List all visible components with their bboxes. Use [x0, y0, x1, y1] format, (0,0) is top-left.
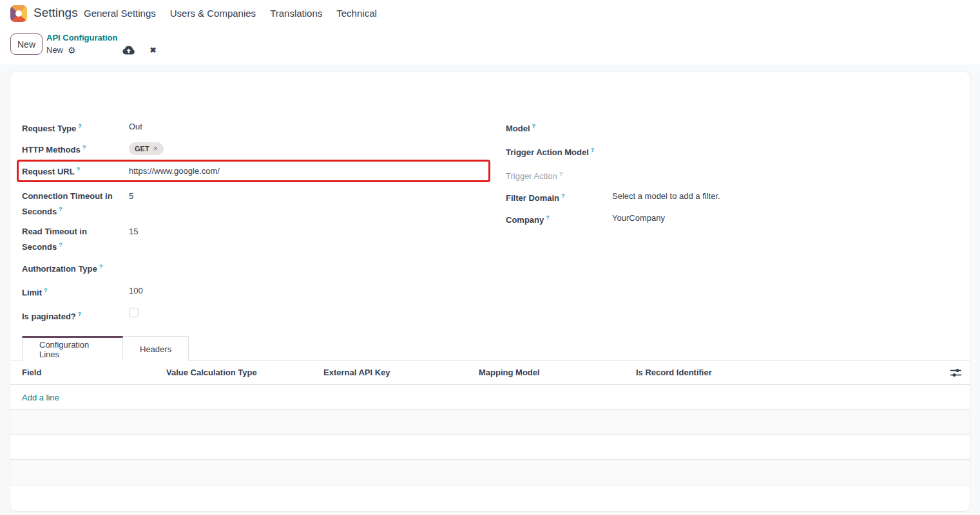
- field-label: Trigger Action: [506, 171, 557, 181]
- save-cloud-icon[interactable]: [122, 45, 135, 55]
- table-row: [10, 460, 970, 485]
- field-label: Trigger Action Model: [506, 147, 589, 157]
- http-method-tag[interactable]: GET ×: [129, 142, 164, 155]
- field-label: Connection Timeout in Seconds: [22, 191, 113, 216]
- is-paginated-checkbox[interactable]: [129, 308, 139, 317]
- help-icon[interactable]: ?: [591, 147, 595, 153]
- filter-domain-placeholder: Select a model to add a filter.: [612, 189, 720, 203]
- table-row: [10, 410, 970, 435]
- table-row: Add a line: [10, 385, 970, 410]
- column-is-record-identifier[interactable]: Is Record Identifier: [636, 368, 944, 377]
- tab-configuration-lines[interactable]: Configuration Lines: [22, 336, 123, 361]
- help-icon[interactable]: ?: [44, 287, 48, 294]
- menu-users-companies[interactable]: Users & Companies: [170, 8, 256, 19]
- field-http-methods: HTTP Methods? GET ×: [22, 141, 164, 156]
- table-row: [10, 435, 970, 460]
- breadcrumb: API Configuration New ⚙ ✖: [46, 33, 157, 55]
- menu-general-settings[interactable]: General Settings: [84, 8, 156, 19]
- field-label: Model: [506, 124, 530, 133]
- field-label: Is paginated?: [22, 312, 76, 321]
- new-button[interactable]: New: [10, 33, 43, 55]
- limit-input[interactable]: 100: [129, 284, 143, 297]
- field-value-request-type[interactable]: Out: [129, 120, 142, 133]
- help-icon[interactable]: ?: [82, 144, 86, 151]
- field-label: HTTP Methods: [22, 145, 81, 154]
- help-icon[interactable]: ?: [78, 123, 82, 129]
- odoo-settings-logo-icon[interactable]: [10, 5, 27, 22]
- connection-timeout-input[interactable]: 5: [129, 189, 133, 203]
- help-icon[interactable]: ?: [77, 166, 81, 173]
- read-timeout-input[interactable]: 15: [129, 225, 138, 238]
- company-input[interactable]: YourCompany: [612, 211, 665, 225]
- field-label: Company: [506, 215, 544, 225]
- optional-columns-icon[interactable]: [944, 368, 970, 377]
- field-label: Limit: [22, 288, 42, 297]
- field-label: Request URL: [22, 167, 75, 177]
- field-is-paginated: Is paginated??: [22, 308, 129, 323]
- menu-technical[interactable]: Technical: [336, 8, 377, 19]
- field-model: Model?: [506, 120, 612, 135]
- help-icon: ?: [559, 171, 563, 177]
- request-url-input[interactable]: https://www.google.com/: [129, 164, 220, 178]
- column-mapping-model[interactable]: Mapping Model: [479, 368, 636, 377]
- field-trigger-action-model: Trigger Action Model?: [506, 144, 612, 159]
- column-value-calculation-type[interactable]: Value Calculation Type: [166, 368, 323, 377]
- column-external-api-key[interactable]: External API Key: [323, 368, 479, 377]
- field-connection-timeout: Connection Timeout in Seconds? 5: [22, 189, 133, 218]
- help-icon[interactable]: ?: [532, 123, 536, 129]
- field-label: Authorization Type: [22, 264, 97, 274]
- column-field[interactable]: Field: [10, 368, 166, 377]
- field-label: Filter Domain: [506, 193, 559, 203]
- form-sheet: Request Type? Out HTTP Methods? GET × Re…: [10, 71, 970, 512]
- app-name[interactable]: Settings: [34, 6, 78, 20]
- tag-label: GET: [135, 144, 149, 153]
- add-a-line-link[interactable]: Add a line: [22, 393, 59, 402]
- field-read-timeout: Read Timeout in Seconds? 15: [22, 225, 138, 254]
- control-panel: New API Configuration New ⚙ ✖: [0, 27, 980, 64]
- breadcrumb-api-configuration[interactable]: API Configuration: [46, 33, 157, 43]
- content-area: Request Type? Out HTTP Methods? GET × Re…: [0, 64, 980, 515]
- field-authorization-type: Authorization Type?: [22, 260, 129, 276]
- tab-headers[interactable]: Headers: [123, 336, 189, 361]
- gear-icon[interactable]: ⚙: [68, 46, 76, 55]
- top-navbar: Settings General Settings Users & Compan…: [0, 0, 980, 27]
- main-menu: General Settings Users & Companies Trans…: [84, 8, 377, 19]
- help-icon[interactable]: ?: [561, 192, 565, 199]
- notebook-tabs: Configuration Lines Headers: [10, 336, 970, 361]
- field-company: Company? YourCompany: [506, 211, 665, 227]
- field-request-type: Request Type? Out: [22, 120, 142, 135]
- help-icon[interactable]: ?: [59, 241, 62, 248]
- help-icon[interactable]: ?: [99, 263, 103, 270]
- help-icon[interactable]: ?: [78, 311, 82, 317]
- field-filter-domain: Filter Domain? Select a model to add a f…: [506, 189, 720, 205]
- record-title: New: [46, 45, 63, 55]
- help-icon[interactable]: ?: [546, 214, 550, 221]
- request-url-highlight: Request URL? https://www.google.com/: [17, 160, 490, 182]
- field-label: Request Type: [22, 124, 76, 133]
- field-trigger-action: Trigger Action?: [506, 167, 612, 183]
- tag-remove-icon[interactable]: ×: [153, 144, 158, 153]
- discard-icon[interactable]: ✖: [150, 45, 157, 55]
- field-limit: Limit? 100: [22, 284, 143, 299]
- field-label: Read Timeout in Seconds: [22, 227, 87, 252]
- help-icon[interactable]: ?: [59, 206, 62, 212]
- menu-translations[interactable]: Translations: [270, 8, 322, 19]
- list-header: Field Value Calculation Type External AP…: [10, 360, 970, 385]
